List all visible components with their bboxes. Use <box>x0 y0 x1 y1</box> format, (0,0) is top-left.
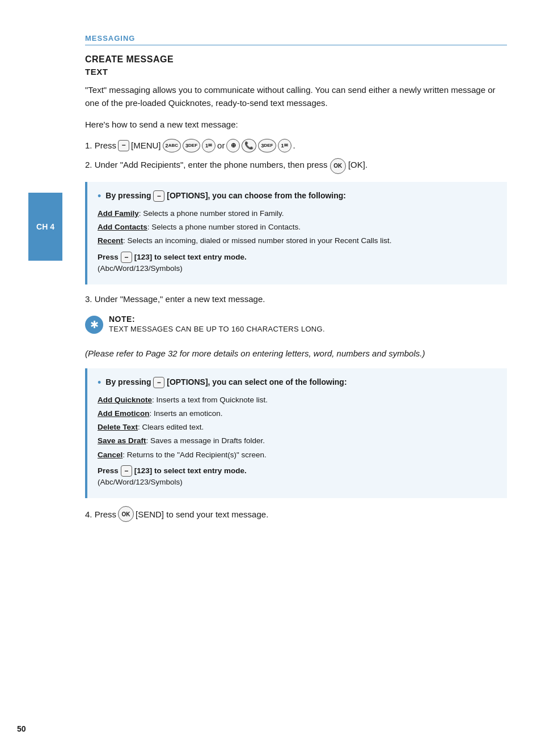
note-text: TEXT MESSAGES CAN BE UP TO 160 CHARACTER… <box>109 325 507 333</box>
section-title: MESSAGING <box>85 34 507 45</box>
key-3def-1: 3DEF <box>183 139 200 152</box>
menu-key: − <box>118 140 129 151</box>
intro-text: "Text" messaging allows you to communica… <box>85 83 507 110</box>
add-quicknote: Add Quicknote: Inserts a text from Quick… <box>98 394 497 406</box>
page-number: 50 <box>17 724 26 733</box>
star-icon: ✱ <box>90 318 99 331</box>
step1: 1. Press − [MENU] 2ABC 3DEF 1✉ or ⊕ 📞 3D… <box>85 139 507 152</box>
bullet-icon: • <box>98 190 101 202</box>
note-label: NOTE: <box>109 315 507 324</box>
delete-text: Delete Text: Clears edited text. <box>98 422 497 433</box>
left-sidebar: CH 4 50 <box>0 0 62 756</box>
options-key-1: − <box>153 190 164 202</box>
ok-key-step4: OK <box>118 506 134 522</box>
abc-label-1: (Abc/Word/123/Symbols) <box>98 263 497 274</box>
press-line-1: Press − [123] to select text entry mode. <box>98 252 497 263</box>
key-3def-2: 3DEF <box>258 139 276 152</box>
sub-title: TEXT <box>85 67 507 77</box>
press-key-1: − <box>121 252 132 263</box>
add-family: Add Family: Selects a phone number store… <box>98 208 497 219</box>
note-row: ✱ NOTE: TEXT MESSAGES CAN BE UP TO 160 C… <box>85 315 507 338</box>
italic-note: (Please refer to Page 32 for more detail… <box>85 347 507 360</box>
add-emoticon: Add Emoticon: Inserts an emoticon. <box>98 408 497 419</box>
press-key-2: − <box>121 465 132 477</box>
infobox2-bullet: • By pressing − [OPTIONS], you can selec… <box>98 376 497 389</box>
key-1msg-1: 1✉ <box>202 139 215 152</box>
how-to-label: Here's how to send a new text message: <box>85 118 507 131</box>
ok-key-step2: OK <box>330 158 346 174</box>
infobox1: • By pressing − [OPTIONS], you can choos… <box>85 182 507 284</box>
options-key-2: − <box>153 377 164 388</box>
infobox2: • By pressing − [OPTIONS], you can selec… <box>85 368 507 499</box>
key-2abc: 2ABC <box>163 139 181 152</box>
main-content: MESSAGING CREATE MESSAGE TEXT "Text" mes… <box>62 0 541 756</box>
abc-label-2: (Abc/Word/123/Symbols) <box>98 477 497 488</box>
step4: 4. Press OK [SEND] to send your text mes… <box>85 506 507 522</box>
press-line-2: Press − [123] to select text entry mode. <box>98 465 497 477</box>
step2: 2. Under "Add Recipients", enter the pho… <box>85 158 507 174</box>
bullet-icon-2: • <box>98 377 101 389</box>
infobox1-header: By pressing − [OPTIONS], you can choose … <box>105 190 346 202</box>
nav-key: ⊕ <box>226 139 240 152</box>
main-title: CREATE MESSAGE <box>85 54 507 65</box>
save-as-draft: Save as Draft: Saves a message in Drafts… <box>98 435 497 447</box>
chapter-tab: CH 4 <box>28 193 62 261</box>
key-1msg-2: 1✉ <box>278 139 291 152</box>
add-contacts: Add Contacts: Selects a phone number sto… <box>98 222 497 233</box>
infobox2-header: By pressing − [OPTIONS], you can select … <box>105 376 346 388</box>
note-icon: ✱ <box>85 316 103 334</box>
infobox1-bullet: • By pressing − [OPTIONS], you can choos… <box>98 190 497 202</box>
cancel-item: Cancel: Returns to the "Add Recipient(s)… <box>98 449 497 461</box>
recent: Recent: Selects an incoming, dialed or m… <box>98 235 497 247</box>
phone-icon: 📞 <box>242 139 256 152</box>
note-content: NOTE: TEXT MESSAGES CAN BE UP TO 160 CHA… <box>109 315 507 338</box>
step3: 3. Under "Message," enter a new text mes… <box>85 292 507 305</box>
